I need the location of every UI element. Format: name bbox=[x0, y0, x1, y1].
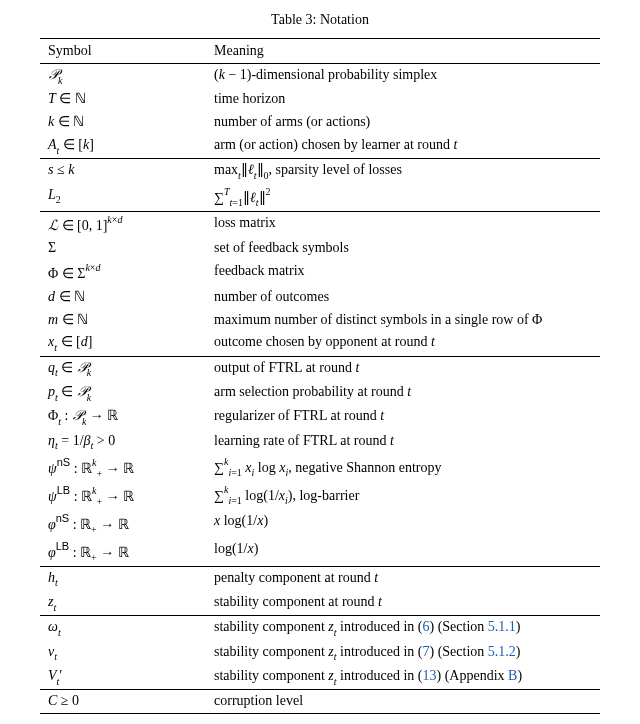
meaning-cell: stability component zt introduced in (6)… bbox=[206, 616, 600, 641]
meaning-cell: arm selection probability at round t bbox=[206, 381, 600, 405]
meaning-cell: number of outcomes bbox=[206, 286, 600, 309]
symbol-cell: ℒ ∈ [0, 1]k×d bbox=[40, 211, 206, 237]
meaning-cell: maximum number of distinct symbols in a … bbox=[206, 309, 600, 332]
symbol-cell: s ≤ k bbox=[40, 159, 206, 184]
symbol-cell: C ≥ 0 bbox=[40, 690, 206, 714]
meaning-cell: number of arms (or actions) bbox=[206, 111, 600, 134]
symbol-cell: Vt′ bbox=[40, 665, 206, 690]
meaning-cell: (k − 1)-dimensional probability simplex bbox=[206, 64, 600, 89]
table-row: d ∈ ℕnumber of outcomes bbox=[40, 286, 600, 309]
table-row: At ∈ [k]arm (or action) chosen by learne… bbox=[40, 134, 600, 159]
meaning-cell: arm (or action) chosen by learner at rou… bbox=[206, 134, 600, 159]
symbol-cell: 𝒫k bbox=[40, 64, 206, 89]
symbol-cell: φLB : ℝ+ → ℝ bbox=[40, 538, 206, 566]
table-row: Vt′stability component zt introduced in … bbox=[40, 665, 600, 690]
symbol-cell: L2 bbox=[40, 184, 206, 211]
meaning-cell: regularizer of FTRL at round t bbox=[206, 405, 600, 429]
table-row: νtstability component zt introduced in (… bbox=[40, 641, 600, 665]
table-row: pt ∈ 𝒫karm selection probability at roun… bbox=[40, 381, 600, 405]
table-row: C ≥ 0corruption level bbox=[40, 690, 600, 714]
symbol-cell: φnS : ℝ+ → ℝ bbox=[40, 510, 206, 538]
table-row: ψLB : ℝk+ → ℝ∑ki=1 log(1/xi), log-barrie… bbox=[40, 482, 600, 510]
meaning-cell: learning rate of FTRL at round t bbox=[206, 430, 600, 454]
meaning-cell: corruption level bbox=[206, 690, 600, 714]
symbol-cell: Σ bbox=[40, 237, 206, 260]
meaning-cell: time horizon bbox=[206, 88, 600, 111]
table-row: qt ∈ 𝒫koutput of FTRL at round t bbox=[40, 356, 600, 381]
symbol-cell: ωt bbox=[40, 616, 206, 641]
meaning-cell: stability component zt introduced in (7)… bbox=[206, 641, 600, 665]
table-row: ℒ ∈ [0, 1]k×dloss matrix bbox=[40, 211, 600, 237]
header-meaning: Meaning bbox=[206, 39, 600, 64]
table-row: 𝒫k(k − 1)-dimensional probability simple… bbox=[40, 64, 600, 89]
header-symbol: Symbol bbox=[40, 39, 206, 64]
table-row: ψnS : ℝk+ → ℝ∑ki=1 xi log xi, negative S… bbox=[40, 454, 600, 482]
symbol-cell: At ∈ [k] bbox=[40, 134, 206, 159]
symbol-cell: k ∈ ℕ bbox=[40, 111, 206, 134]
symbol-cell: Φ ∈ Σk×d bbox=[40, 260, 206, 286]
symbol-cell: ψLB : ℝk+ → ℝ bbox=[40, 482, 206, 510]
symbol-cell: ψnS : ℝk+ → ℝ bbox=[40, 454, 206, 482]
table-row: φnS : ℝ+ → ℝx log(1/x) bbox=[40, 510, 600, 538]
meaning-cell: stability component at round t bbox=[206, 591, 600, 616]
meaning-cell: x log(1/x) bbox=[206, 510, 600, 538]
table-header-row: Symbol Meaning bbox=[40, 39, 600, 64]
table-row: L2∑Tt=1‖ℓt‖2 bbox=[40, 184, 600, 211]
symbol-cell: pt ∈ 𝒫k bbox=[40, 381, 206, 405]
symbol-cell: d ∈ ℕ bbox=[40, 286, 206, 309]
symbol-cell: zt bbox=[40, 591, 206, 616]
table-row: m ∈ ℕmaximum number of distinct symbols … bbox=[40, 309, 600, 332]
table-row: Σset of feedback symbols bbox=[40, 237, 600, 260]
symbol-cell: Φt : 𝒫k → ℝ bbox=[40, 405, 206, 429]
meaning-cell: penalty component at round t bbox=[206, 566, 600, 591]
meaning-cell: outcome chosen by opponent at round t bbox=[206, 331, 600, 356]
meaning-cell: stability component zt introduced in (13… bbox=[206, 665, 600, 690]
table-row: xt ∈ [d]outcome chosen by opponent at ro… bbox=[40, 331, 600, 356]
symbol-cell: νt bbox=[40, 641, 206, 665]
meaning-cell: output of FTRL at round t bbox=[206, 356, 600, 381]
table-caption: Table 3: Notation bbox=[20, 12, 620, 28]
table-row: φLB : ℝ+ → ℝlog(1/x) bbox=[40, 538, 600, 566]
table-row: htpenalty component at round t bbox=[40, 566, 600, 591]
table-row: Φ ∈ Σk×dfeedback matrix bbox=[40, 260, 600, 286]
table-row: s ≤ kmaxt‖ℓt‖0, sparsity level of losses bbox=[40, 159, 600, 184]
table-row: k ∈ ℕnumber of arms (or actions) bbox=[40, 111, 600, 134]
meaning-cell: set of feedback symbols bbox=[206, 237, 600, 260]
meaning-cell: maxt‖ℓt‖0, sparsity level of losses bbox=[206, 159, 600, 184]
symbol-cell: T ∈ ℕ bbox=[40, 88, 206, 111]
table-row: ωtstability component zt introduced in (… bbox=[40, 616, 600, 641]
meaning-cell: ∑ki=1 xi log xi, negative Shannon entrop… bbox=[206, 454, 600, 482]
table-row: ηt = 1/βt > 0learning rate of FTRL at ro… bbox=[40, 430, 600, 454]
meaning-cell: ∑ki=1 log(1/xi), log-barrier bbox=[206, 482, 600, 510]
table-row: T ∈ ℕtime horizon bbox=[40, 88, 600, 111]
table-row: Φt : 𝒫k → ℝregularizer of FTRL at round … bbox=[40, 405, 600, 429]
symbol-cell: qt ∈ 𝒫k bbox=[40, 356, 206, 381]
meaning-cell: loss matrix bbox=[206, 211, 600, 237]
meaning-cell: log(1/x) bbox=[206, 538, 600, 566]
meaning-cell: ∑Tt=1‖ℓt‖2 bbox=[206, 184, 600, 211]
meaning-cell: feedback matrix bbox=[206, 260, 600, 286]
symbol-cell: ht bbox=[40, 566, 206, 591]
symbol-cell: xt ∈ [d] bbox=[40, 331, 206, 356]
symbol-cell: ηt = 1/βt > 0 bbox=[40, 430, 206, 454]
notation-table: Symbol Meaning 𝒫k(k − 1)-dimensional pro… bbox=[40, 38, 600, 714]
table-row: ztstability component at round t bbox=[40, 591, 600, 616]
symbol-cell: m ∈ ℕ bbox=[40, 309, 206, 332]
